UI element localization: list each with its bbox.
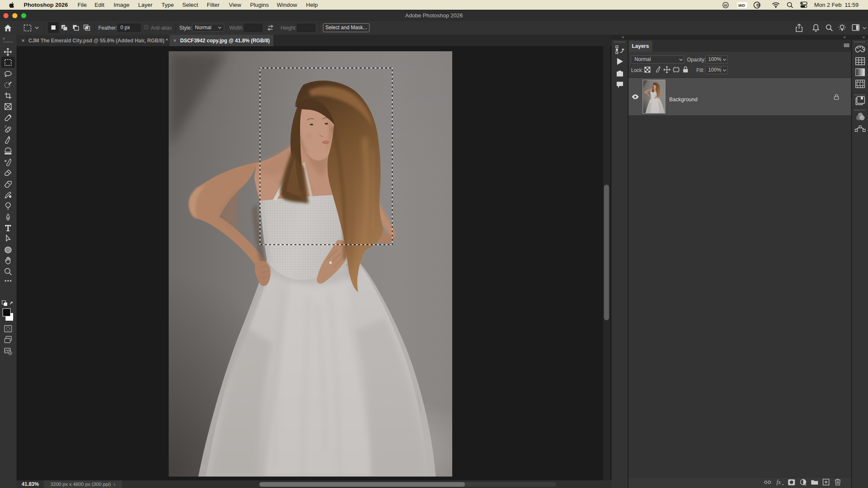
svg-text:fx: fx [776, 479, 781, 485]
svg-text:WD: WD [738, 3, 745, 8]
